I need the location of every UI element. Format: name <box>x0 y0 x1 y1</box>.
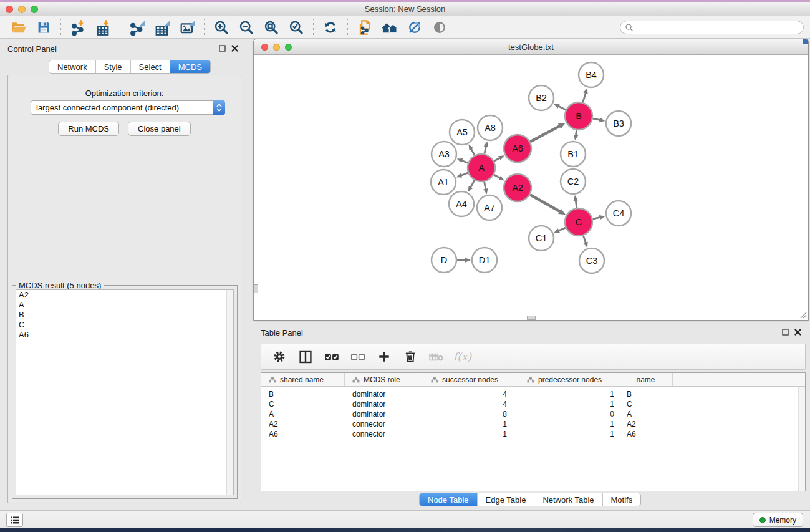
graph-edge-A2-C[interactable] <box>530 195 566 215</box>
delete-column-button[interactable] <box>398 346 422 367</box>
column-header-predecessor-nodes[interactable]: predecessor nodes <box>519 373 619 386</box>
list-scrollbar[interactable] <box>226 290 233 495</box>
clone-network-button[interactable] <box>352 17 377 37</box>
canvas-vertical-scroll-handle[interactable] <box>254 284 258 293</box>
graph-node-A7[interactable]: A7 <box>477 195 502 220</box>
graph-edge-A-A6[interactable] <box>494 155 504 161</box>
graph-node-B[interactable]: B <box>565 102 592 130</box>
mcds-result-item[interactable]: A6 <box>16 330 233 340</box>
table-row-A2[interactable]: A2connector11A2 <box>261 419 805 429</box>
float-icon[interactable] <box>219 45 226 52</box>
tab-style[interactable]: Style <box>96 60 131 73</box>
node-table[interactable]: shared nameMCDS rolesuccessor nodesprede… <box>261 372 806 491</box>
gear-button[interactable] <box>268 346 291 367</box>
export-network-button[interactable] <box>125 17 150 37</box>
resize-grip-icon[interactable] <box>798 310 807 319</box>
table-row-B[interactable]: Bdominator41B <box>261 389 805 399</box>
mcds-result-item[interactable]: C <box>16 320 233 330</box>
graph-node-A5[interactable]: A5 <box>450 120 475 145</box>
select-all-button[interactable] <box>320 346 344 367</box>
graph-edge-A-A7[interactable] <box>483 182 488 195</box>
table-row-C[interactable]: Cdominator41C <box>261 399 805 409</box>
graph-edge-A-A2[interactable] <box>494 175 504 180</box>
column-header-successor-nodes[interactable]: successor nodes <box>423 373 519 386</box>
search-box[interactable] <box>620 21 804 34</box>
graph-node-D1[interactable]: D1 <box>472 248 497 273</box>
graph-node-A8[interactable]: A8 <box>478 115 503 140</box>
graph-edge-D-D1[interactable] <box>457 258 471 263</box>
zoom-fit-button[interactable] <box>259 17 284 37</box>
mcds-result-list[interactable]: A2ABCA6 <box>16 289 234 495</box>
close-icon[interactable] <box>231 45 238 52</box>
float-icon[interactable] <box>782 329 789 336</box>
graph-edge-A-A8[interactable] <box>484 142 488 154</box>
graph-node-C3[interactable]: C3 <box>579 248 604 273</box>
tab-node-table[interactable]: Node Table <box>420 493 478 506</box>
eye-button[interactable] <box>427 17 452 37</box>
graph-edge-C-C3[interactable] <box>583 236 587 248</box>
graph-node-A1[interactable]: A1 <box>431 170 456 195</box>
search-input[interactable] <box>634 22 803 33</box>
graph-edge-A-A5[interactable] <box>469 144 475 155</box>
tab-network[interactable]: Network <box>49 60 96 73</box>
split-columns-button[interactable] <box>294 346 317 367</box>
graph-node-A6[interactable]: A6 <box>504 135 531 162</box>
graph-node-C2[interactable]: C2 <box>561 169 586 194</box>
graph-node-A4[interactable]: A4 <box>449 191 474 216</box>
network-canvas[interactable]: B4B2BB3A8A5A6A3B1AA1C2A2A4A7C4CC1DD1C3 <box>254 55 808 320</box>
mcds-result-item[interactable]: A <box>16 300 233 310</box>
graph-node-C4[interactable]: C4 <box>606 201 631 226</box>
graph-edge-A-A1[interactable] <box>456 173 468 178</box>
graph-node-B2[interactable]: B2 <box>529 85 554 110</box>
zoom-selected-button[interactable] <box>284 17 309 37</box>
canvas-horizontal-scroll-handle[interactable] <box>527 316 536 320</box>
close-icon[interactable] <box>794 329 801 336</box>
task-history-button[interactable] <box>6 513 23 527</box>
tab-network-table[interactable]: Network Table <box>534 493 602 506</box>
export-image-button[interactable] <box>175 17 200 37</box>
graph-node-A2[interactable]: A2 <box>504 174 531 201</box>
column-header-name[interactable]: name <box>619 373 673 386</box>
graph-edge-C-C4[interactable] <box>593 215 605 220</box>
table-scrollbar[interactable] <box>798 387 805 491</box>
import-network-button[interactable] <box>65 17 90 37</box>
graph-node-B3[interactable]: B3 <box>606 111 631 136</box>
mcds-result-item[interactable]: A2 <box>16 290 233 300</box>
graph-node-C[interactable]: C <box>565 208 592 236</box>
graph-edge-A-A4[interactable] <box>468 180 475 192</box>
column-header-shared-name[interactable]: shared name <box>261 373 345 386</box>
deselect-all-button[interactable] <box>346 346 370 367</box>
save-session-button[interactable] <box>31 17 56 37</box>
combo-stepper-icon[interactable] <box>213 100 225 115</box>
zoom-in-button[interactable] <box>209 17 234 37</box>
graph-node-C1[interactable]: C1 <box>529 226 554 251</box>
graph-edge-A-A3[interactable] <box>457 158 468 163</box>
run-mcds-button[interactable]: Run MCDS <box>58 122 119 136</box>
memory-button[interactable]: Memory <box>753 513 803 527</box>
column-header-MCDS-role[interactable]: MCDS role <box>345 373 423 386</box>
graph-node-B4[interactable]: B4 <box>579 62 604 87</box>
table-row-A[interactable]: Adominator80A <box>261 409 805 419</box>
export-table-button[interactable] <box>150 17 175 37</box>
add-column-button[interactable] <box>372 346 396 367</box>
import-table-button[interactable] <box>90 17 115 37</box>
tab-select[interactable]: Select <box>131 60 170 73</box>
tab-motifs[interactable]: Motifs <box>603 493 641 506</box>
criterion-select[interactable]: largest connected component (directed) <box>31 100 225 115</box>
close-panel-button[interactable]: Close panel <box>128 122 191 136</box>
graph-node-D[interactable]: D <box>432 248 456 273</box>
tab-mcds[interactable]: MCDS <box>170 60 210 73</box>
graph-edge-B-B3[interactable] <box>593 118 605 122</box>
graph-node-A3[interactable]: A3 <box>432 142 456 167</box>
table-row-A6[interactable]: A6connector11A6 <box>261 429 805 439</box>
graph-node-A[interactable]: A <box>468 154 495 181</box>
mcds-result-item[interactable]: B <box>16 310 233 320</box>
refresh-button[interactable] <box>318 17 343 37</box>
toggle-graphics-button[interactable] <box>402 17 427 37</box>
graph-edge-A6-B[interactable] <box>530 123 566 142</box>
graph-edge-B-B1[interactable] <box>574 130 579 140</box>
home-button[interactable] <box>377 17 402 37</box>
graph-edge-B-B2[interactable] <box>554 104 566 110</box>
network-window-titlebar[interactable]: testGlobe.txt <box>254 39 808 55</box>
zoom-out-button[interactable] <box>234 17 259 37</box>
